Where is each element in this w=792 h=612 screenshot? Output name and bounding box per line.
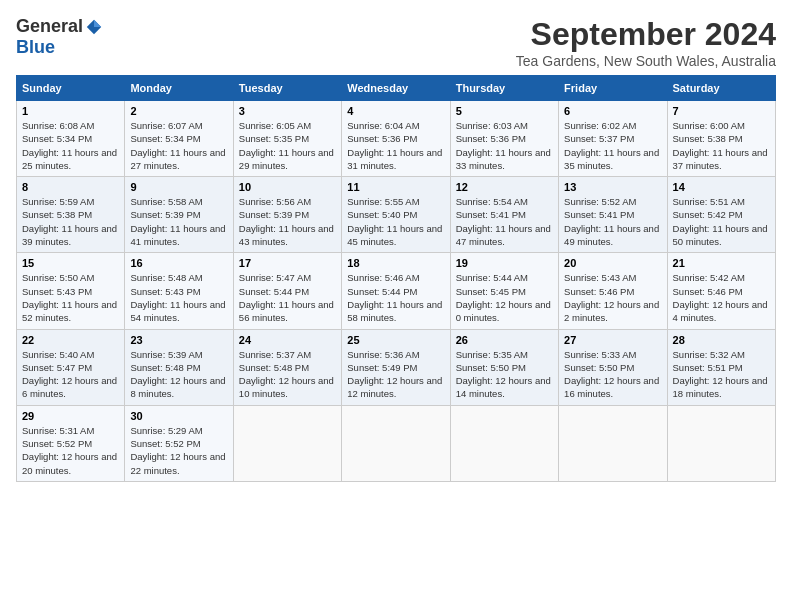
page-header: General Blue September 2024 Tea Gardens,… [16,16,776,69]
calendar-week-2: 8Sunrise: 5:59 AMSunset: 5:38 PMDaylight… [17,177,776,253]
calendar-cell: 15Sunrise: 5:50 AMSunset: 5:43 PMDayligh… [17,253,125,329]
calendar-cell: 12Sunrise: 5:54 AMSunset: 5:41 PMDayligh… [450,177,558,253]
day-number: 2 [130,105,227,117]
day-info: Sunrise: 5:29 AMSunset: 5:52 PMDaylight:… [130,424,227,477]
calendar-cell: 8Sunrise: 5:59 AMSunset: 5:38 PMDaylight… [17,177,125,253]
calendar-cell: 30Sunrise: 5:29 AMSunset: 5:52 PMDayligh… [125,405,233,481]
calendar-cell: 16Sunrise: 5:48 AMSunset: 5:43 PMDayligh… [125,253,233,329]
svg-marker-1 [94,19,101,26]
day-info: Sunrise: 6:05 AMSunset: 5:35 PMDaylight:… [239,119,336,172]
calendar-cell: 11Sunrise: 5:55 AMSunset: 5:40 PMDayligh… [342,177,450,253]
day-number: 10 [239,181,336,193]
calendar-header-row: SundayMondayTuesdayWednesdayThursdayFrid… [17,76,776,101]
calendar-cell [559,405,667,481]
logo-icon [85,18,103,36]
day-number: 24 [239,334,336,346]
day-number: 14 [673,181,770,193]
calendar-cell: 2Sunrise: 6:07 AMSunset: 5:34 PMDaylight… [125,101,233,177]
calendar-cell: 9Sunrise: 5:58 AMSunset: 5:39 PMDaylight… [125,177,233,253]
header-saturday: Saturday [667,76,775,101]
day-number: 3 [239,105,336,117]
calendar-cell: 17Sunrise: 5:47 AMSunset: 5:44 PMDayligh… [233,253,341,329]
day-number: 11 [347,181,444,193]
day-info: Sunrise: 5:47 AMSunset: 5:44 PMDaylight:… [239,271,336,324]
calendar-cell: 27Sunrise: 5:33 AMSunset: 5:50 PMDayligh… [559,329,667,405]
calendar-cell: 7Sunrise: 6:00 AMSunset: 5:38 PMDaylight… [667,101,775,177]
day-info: Sunrise: 6:00 AMSunset: 5:38 PMDaylight:… [673,119,770,172]
day-number: 15 [22,257,119,269]
location-title: Tea Gardens, New South Wales, Australia [516,53,776,69]
day-info: Sunrise: 6:04 AMSunset: 5:36 PMDaylight:… [347,119,444,172]
day-number: 8 [22,181,119,193]
day-number: 30 [130,410,227,422]
header-monday: Monday [125,76,233,101]
day-number: 1 [22,105,119,117]
day-info: Sunrise: 5:37 AMSunset: 5:48 PMDaylight:… [239,348,336,401]
day-number: 17 [239,257,336,269]
day-info: Sunrise: 5:39 AMSunset: 5:48 PMDaylight:… [130,348,227,401]
title-block: September 2024 Tea Gardens, New South Wa… [516,16,776,69]
day-info: Sunrise: 5:44 AMSunset: 5:45 PMDaylight:… [456,271,553,324]
day-info: Sunrise: 6:02 AMSunset: 5:37 PMDaylight:… [564,119,661,172]
calendar-cell [667,405,775,481]
day-number: 25 [347,334,444,346]
calendar-week-4: 22Sunrise: 5:40 AMSunset: 5:47 PMDayligh… [17,329,776,405]
day-number: 6 [564,105,661,117]
day-info: Sunrise: 5:36 AMSunset: 5:49 PMDaylight:… [347,348,444,401]
calendar-cell [450,405,558,481]
day-info: Sunrise: 5:56 AMSunset: 5:39 PMDaylight:… [239,195,336,248]
day-info: Sunrise: 5:51 AMSunset: 5:42 PMDaylight:… [673,195,770,248]
calendar-week-5: 29Sunrise: 5:31 AMSunset: 5:52 PMDayligh… [17,405,776,481]
calendar-cell: 21Sunrise: 5:42 AMSunset: 5:46 PMDayligh… [667,253,775,329]
day-number: 12 [456,181,553,193]
calendar-cell: 25Sunrise: 5:36 AMSunset: 5:49 PMDayligh… [342,329,450,405]
day-number: 7 [673,105,770,117]
header-tuesday: Tuesday [233,76,341,101]
calendar-cell: 6Sunrise: 6:02 AMSunset: 5:37 PMDaylight… [559,101,667,177]
calendar-cell: 20Sunrise: 5:43 AMSunset: 5:46 PMDayligh… [559,253,667,329]
calendar-cell: 14Sunrise: 5:51 AMSunset: 5:42 PMDayligh… [667,177,775,253]
day-number: 9 [130,181,227,193]
header-friday: Friday [559,76,667,101]
calendar-cell: 5Sunrise: 6:03 AMSunset: 5:36 PMDaylight… [450,101,558,177]
day-info: Sunrise: 5:35 AMSunset: 5:50 PMDaylight:… [456,348,553,401]
day-info: Sunrise: 5:43 AMSunset: 5:46 PMDaylight:… [564,271,661,324]
day-number: 27 [564,334,661,346]
calendar-cell: 26Sunrise: 5:35 AMSunset: 5:50 PMDayligh… [450,329,558,405]
logo-general: General [16,16,83,37]
logo-blue: Blue [16,37,55,58]
day-number: 5 [456,105,553,117]
header-wednesday: Wednesday [342,76,450,101]
day-info: Sunrise: 5:46 AMSunset: 5:44 PMDaylight:… [347,271,444,324]
day-info: Sunrise: 5:59 AMSunset: 5:38 PMDaylight:… [22,195,119,248]
day-info: Sunrise: 5:42 AMSunset: 5:46 PMDaylight:… [673,271,770,324]
day-number: 18 [347,257,444,269]
calendar-cell: 22Sunrise: 5:40 AMSunset: 5:47 PMDayligh… [17,329,125,405]
day-number: 19 [456,257,553,269]
day-info: Sunrise: 5:48 AMSunset: 5:43 PMDaylight:… [130,271,227,324]
day-number: 22 [22,334,119,346]
calendar-table: SundayMondayTuesdayWednesdayThursdayFrid… [16,75,776,482]
header-thursday: Thursday [450,76,558,101]
day-info: Sunrise: 5:31 AMSunset: 5:52 PMDaylight:… [22,424,119,477]
day-info: Sunrise: 5:32 AMSunset: 5:51 PMDaylight:… [673,348,770,401]
day-info: Sunrise: 6:07 AMSunset: 5:34 PMDaylight:… [130,119,227,172]
calendar-cell [233,405,341,481]
month-title: September 2024 [516,16,776,53]
logo: General Blue [16,16,103,58]
calendar-cell: 10Sunrise: 5:56 AMSunset: 5:39 PMDayligh… [233,177,341,253]
calendar-cell: 24Sunrise: 5:37 AMSunset: 5:48 PMDayligh… [233,329,341,405]
calendar-cell: 4Sunrise: 6:04 AMSunset: 5:36 PMDaylight… [342,101,450,177]
day-number: 28 [673,334,770,346]
day-info: Sunrise: 6:03 AMSunset: 5:36 PMDaylight:… [456,119,553,172]
calendar-cell: 29Sunrise: 5:31 AMSunset: 5:52 PMDayligh… [17,405,125,481]
day-info: Sunrise: 5:40 AMSunset: 5:47 PMDaylight:… [22,348,119,401]
calendar-cell: 19Sunrise: 5:44 AMSunset: 5:45 PMDayligh… [450,253,558,329]
day-info: Sunrise: 5:55 AMSunset: 5:40 PMDaylight:… [347,195,444,248]
calendar-cell [342,405,450,481]
calendar-cell: 1Sunrise: 6:08 AMSunset: 5:34 PMDaylight… [17,101,125,177]
calendar-cell: 23Sunrise: 5:39 AMSunset: 5:48 PMDayligh… [125,329,233,405]
day-number: 21 [673,257,770,269]
calendar-cell: 18Sunrise: 5:46 AMSunset: 5:44 PMDayligh… [342,253,450,329]
calendar-cell: 13Sunrise: 5:52 AMSunset: 5:41 PMDayligh… [559,177,667,253]
